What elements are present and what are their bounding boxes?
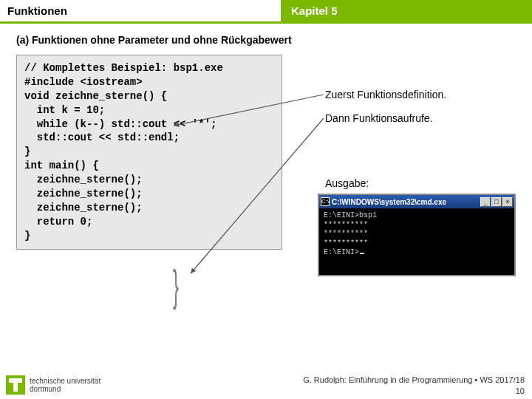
code-line: while (k--) std::cout << '*';: [24, 117, 274, 132]
cmd-line: E:\EINI>: [324, 248, 510, 258]
section-subtitle: (a) Funktionen ohne Parameter und ohne R…: [16, 34, 516, 46]
cmd-titlebar: C:\ C:\WINDOWS\system32\cmd.exe _ □ ×: [319, 195, 514, 208]
cmd-line: **********: [324, 239, 510, 249]
minimize-button[interactable]: _: [480, 197, 491, 207]
code-line: std::cout << std::endl;: [24, 131, 274, 145]
cmd-window-buttons: _ □ ×: [480, 197, 513, 207]
code-line: int k = 10;: [24, 103, 274, 117]
code-line: zeichne_sterne();: [24, 173, 274, 187]
code-line: }: [24, 229, 274, 243]
code-line: void zeichne_sterne() {: [24, 89, 274, 103]
code-example-box: // Komplettes Beispiel: bsp1.exe #includ…: [16, 55, 282, 250]
close-button[interactable]: ×: [502, 197, 513, 207]
university-name-line2: dortmund: [30, 385, 100, 393]
university-logo-area: technische universität dortmund: [6, 375, 100, 395]
code-line: return 0;: [24, 215, 274, 229]
header-left-title: Funktionen: [0, 0, 281, 24]
cmd-output: E:\EINI>bsp1 ********** ********** *****…: [319, 208, 514, 275]
cursor-icon: [360, 253, 364, 254]
code-line: // Komplettes Beispiel: bsp1.exe: [24, 61, 274, 75]
university-name: technische universität dortmund: [30, 377, 100, 393]
cmd-window: C:\ C:\WINDOWS\system32\cmd.exe _ □ × E:…: [318, 194, 516, 276]
annotation-calls: Dann Funktionsaufrufe.: [325, 112, 433, 124]
footer-credits: G. Rudolph: Einführung in die Programmie…: [303, 375, 525, 385]
cmd-line: **********: [324, 221, 510, 231]
annotation-output-label: Ausgabe:: [325, 177, 369, 189]
university-name-line1: technische universität: [30, 377, 100, 385]
tu-logo-icon: [6, 375, 25, 395]
code-line: zeichne_sterne();: [24, 187, 274, 201]
slide-footer: G. Rudolph: Einführung in die Programmie…: [303, 375, 525, 396]
curly-brace-icon: }: [173, 260, 179, 311]
code-line: zeichne_sterne();: [24, 201, 274, 215]
code-line: #include <iostream>: [24, 75, 274, 89]
cmd-title-text: C:\WINDOWS\system32\cmd.exe: [332, 198, 480, 206]
header-right-chapter: Kapitel 5: [281, 0, 532, 24]
cmd-prompt: E:\EINI>: [324, 248, 359, 256]
cmd-line: E:\EINI>bsp1: [324, 211, 510, 221]
cmd-line: **********: [324, 230, 510, 239]
code-line: }: [24, 145, 274, 159]
footer-page-number: 10: [303, 386, 525, 396]
code-line: int main() {: [24, 159, 274, 173]
annotation-definition: Zuerst Funktionsdefinition.: [325, 89, 446, 100]
maximize-button[interactable]: □: [491, 197, 502, 207]
cmd-icon: C:\: [321, 197, 330, 206]
slide-header: Funktionen Kapitel 5: [0, 0, 532, 24]
